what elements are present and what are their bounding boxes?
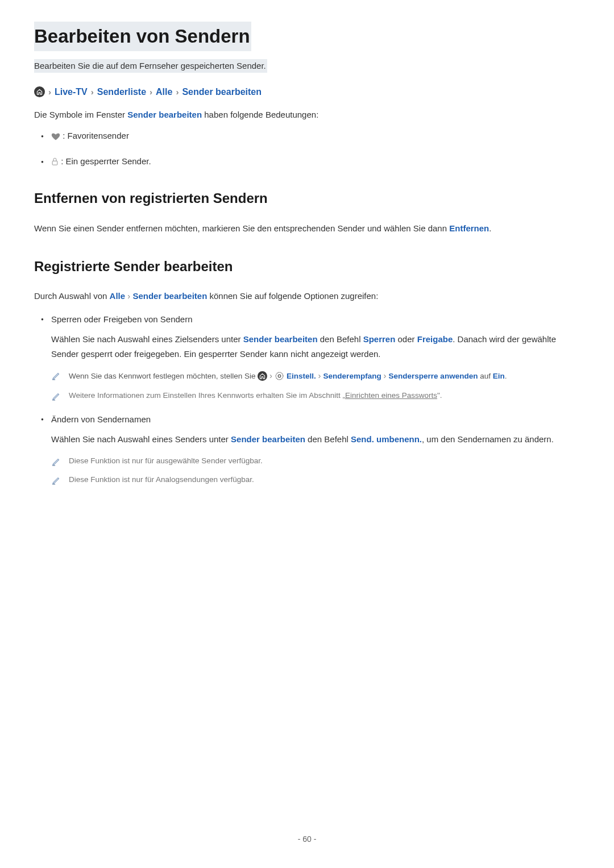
info-note: Diese Funktion ist nur für ausgewählte S… xyxy=(51,455,580,467)
info-note: Diese Funktion ist nur für Analogsendung… xyxy=(51,474,580,486)
breadcrumb: › Live-TV › Senderliste › Alle › Sender … xyxy=(34,85,580,99)
section-intro: Durch Auswahl von Alle › Sender bearbeit… xyxy=(34,289,580,303)
option-title: Sperren oder Freigeben von Sendern xyxy=(51,312,580,327)
pen-icon xyxy=(51,455,61,467)
chevron-icon: › xyxy=(383,371,388,380)
chevron-icon: › xyxy=(318,371,323,380)
option-body: Wählen Sie nach Auswahl eines Senders un… xyxy=(51,432,580,447)
lock-icon xyxy=(51,157,59,166)
options-list: Sperren oder Freigeben von Sendern Wähle… xyxy=(34,312,580,486)
chevron-icon: › xyxy=(176,86,179,99)
legend-list: : Favoritensender : Ein gesperrter Sende… xyxy=(34,130,580,168)
breadcrumb-item: Alle xyxy=(156,85,172,99)
pen-icon xyxy=(51,369,61,381)
pen-icon xyxy=(51,474,61,486)
intro-text: Die Symbole im Fenster Sender bearbeiten… xyxy=(34,108,580,122)
breadcrumb-item: Live-TV xyxy=(55,85,88,99)
pen-icon xyxy=(51,389,61,402)
svg-point-2 xyxy=(278,375,281,377)
legend-item-favorite: : Favoritensender xyxy=(51,130,580,143)
section-heading: Registrierte Sender bearbeiten xyxy=(34,256,580,277)
breadcrumb-item: Sender bearbeiten xyxy=(182,85,262,99)
info-note: Weitere Informationen zum Einstellen Ihr… xyxy=(51,389,580,402)
chevron-icon: › xyxy=(48,86,51,99)
option-title: Ändern von Sendernamen xyxy=(51,412,580,427)
chevron-icon: › xyxy=(269,371,275,380)
page-number: - 60 - xyxy=(298,833,317,845)
breadcrumb-item: Senderliste xyxy=(97,85,146,99)
option-lock-unlock: Sperren oder Freigeben von Sendern Wähle… xyxy=(51,312,580,402)
chevron-icon: › xyxy=(150,86,152,99)
gear-icon xyxy=(275,372,284,381)
page-subtitle: Bearbeiten Sie die auf dem Fernseher ges… xyxy=(34,59,580,73)
heart-icon xyxy=(51,132,60,140)
cross-reference-link[interactable]: Einrichten eines Passworts xyxy=(345,391,437,400)
legend-item-locked: : Ein gesperrter Sender. xyxy=(51,155,580,168)
page-title: Bearbeiten von Sendern xyxy=(34,22,580,51)
option-rename: Ändern von Sendernamen Wählen Sie nach A… xyxy=(51,412,580,486)
home-icon xyxy=(258,371,267,381)
svg-rect-0 xyxy=(52,161,57,165)
option-body: Wählen Sie nach Auswahl eines Zielsender… xyxy=(51,332,580,361)
svg-point-1 xyxy=(276,372,283,380)
chevron-icon: › xyxy=(91,86,94,99)
home-icon xyxy=(34,86,45,97)
section-body: Wenn Sie einen Sender entfernen möchten,… xyxy=(34,221,580,236)
info-note: Wenn Sie das Kennwort festlegen möchten,… xyxy=(51,369,580,383)
section-heading: Entfernen von registrierten Sendern xyxy=(34,188,580,209)
